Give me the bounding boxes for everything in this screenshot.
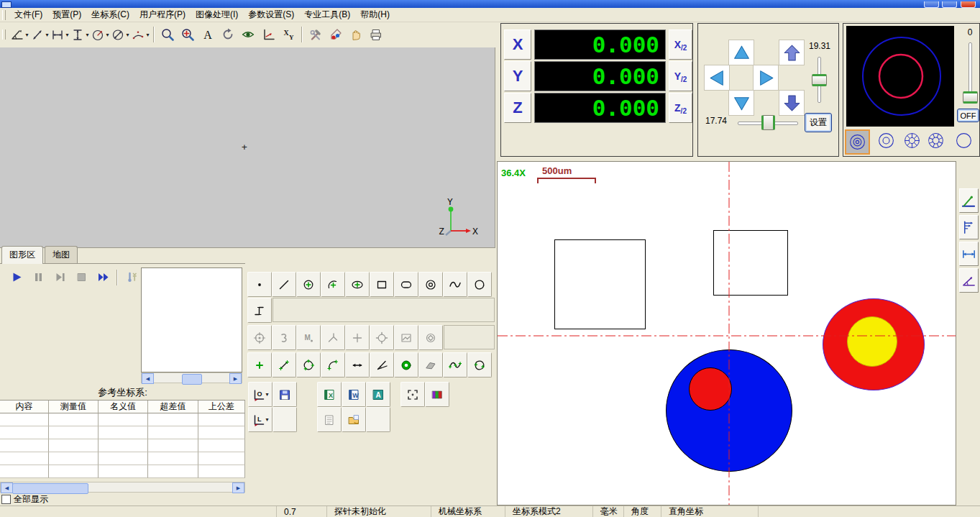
dropdown-caret-icon[interactable]: ▾ [106, 32, 109, 38]
diameter-tool-button[interactable]: ▾ [111, 24, 129, 45]
step-button[interactable] [247, 298, 272, 323]
light-mode-0-button[interactable] [845, 129, 870, 155]
light-mode-3-button[interactable] [925, 129, 947, 152]
light-mode-4-button[interactable] [953, 129, 975, 152]
excel-button[interactable]: X [317, 382, 342, 407]
preview-scroll-thumb[interactable] [182, 374, 202, 385]
auto-cross-button[interactable] [345, 325, 370, 350]
donut-green-button[interactable] [394, 352, 418, 378]
circle-green-button[interactable] [296, 352, 321, 378]
point-button[interactable] [247, 272, 272, 297]
zoom-in-button[interactable] [178, 24, 197, 45]
dropdown-caret-icon[interactable]: ▾ [265, 416, 268, 423]
line-green-button[interactable] [272, 352, 296, 378]
blob-button[interactable] [467, 272, 492, 297]
scroll-left-icon[interactable]: ◀ [1, 482, 13, 493]
dro-Y-half-button[interactable]: Y/2 [669, 61, 692, 91]
axis-move-button[interactable] [259, 24, 278, 45]
menu-item-2[interactable]: 坐标系(C) [86, 7, 134, 22]
preview-scrollbar[interactable]: ◀ ▶ [141, 372, 242, 383]
circle-red-small[interactable] [689, 367, 732, 411]
dropdown-caret-icon[interactable]: ▾ [146, 32, 149, 38]
dro-axis-Z-button[interactable]: Z [504, 93, 531, 123]
side-angle-button[interactable] [959, 268, 979, 293]
diagonal-distance-button[interactable]: ▾ [30, 24, 49, 45]
curve-green-button[interactable] [443, 352, 467, 378]
tab-0[interactable]: 图形区 [1, 246, 43, 264]
z-down-button[interactable] [779, 90, 805, 116]
print-button[interactable] [367, 24, 385, 45]
minimize-button[interactable] [924, 1, 939, 8]
side-h-distance-button[interactable] [959, 242, 979, 266]
dro-axis-Y-button[interactable]: Y [504, 61, 531, 91]
blob-green-button[interactable] [467, 352, 492, 378]
menu-item-4[interactable]: 图像处理(I) [191, 7, 243, 22]
refresh-button[interactable] [219, 24, 237, 45]
tab-1[interactable]: 地图 [45, 246, 78, 263]
save-button[interactable] [273, 382, 297, 407]
circle-yellow-inner[interactable] [847, 316, 897, 367]
rgb-colors-button[interactable] [425, 382, 449, 407]
angle-tool-button[interactable]: ▾ [10, 24, 29, 45]
dropdown-caret-icon[interactable]: ▾ [65, 32, 68, 38]
auto-y-button[interactable] [321, 325, 345, 350]
distance-arrow-button[interactable] [345, 352, 370, 378]
zoom-window-button[interactable] [158, 24, 177, 45]
pause-button[interactable] [29, 268, 47, 287]
stop-button[interactable] [72, 268, 91, 287]
light-off-button[interactable]: OFF [957, 109, 979, 122]
jog-left-button[interactable] [704, 65, 730, 91]
run-settings-button[interactable] [122, 268, 141, 287]
vertical-distance-button[interactable]: ▾ [70, 24, 89, 45]
dropdown-caret-icon[interactable]: ▾ [126, 32, 129, 38]
menu-item-0[interactable]: 文件(F) [9, 7, 47, 22]
line-button[interactable] [272, 272, 296, 297]
cad-button[interactable]: A [366, 382, 390, 407]
xy-speed-slider-thumb[interactable] [761, 115, 775, 130]
jog-down-button[interactable] [728, 90, 754, 116]
circle-blue-large[interactable] [666, 349, 792, 472]
menu-item-1[interactable]: 预置(P) [47, 7, 86, 22]
blank-button[interactable] [273, 407, 297, 432]
close-button[interactable] [961, 1, 976, 8]
camera-view[interactable]: + Y X Z [0, 47, 495, 248]
point-green-button[interactable] [247, 352, 272, 378]
auto-image-button[interactable] [394, 325, 418, 350]
dro-X-half-button[interactable]: X/2 [669, 29, 692, 60]
dro-Z-half-button[interactable]: Z/2 [669, 93, 692, 123]
z-up-button[interactable] [779, 40, 805, 65]
curve-button[interactable] [443, 272, 467, 297]
auto-find-button[interactable] [418, 325, 443, 350]
side-angle-flag-button[interactable] [959, 188, 979, 213]
horizontal-distance-button[interactable]: ▾ [50, 24, 69, 45]
word-button[interactable]: W [342, 382, 366, 407]
dropdown-caret-icon[interactable]: ▾ [45, 32, 48, 38]
auto-circle-button[interactable] [247, 325, 272, 350]
dropdown-caret-icon[interactable]: ▾ [25, 32, 28, 38]
graphics-area[interactable]: 36.4X 500um [497, 161, 956, 505]
table-scroll-thumb[interactable] [12, 483, 88, 494]
hand-pan-button[interactable] [347, 24, 365, 45]
text-annotation-button[interactable]: A [198, 24, 217, 45]
light-level-slider[interactable] [968, 42, 972, 97]
step-forward-button[interactable] [50, 268, 69, 287]
jog-right-button[interactable] [753, 65, 779, 91]
auto-m-button[interactable]: M [296, 325, 321, 350]
scroll-right-icon[interactable]: ▶ [229, 373, 242, 384]
play-button[interactable] [7, 268, 26, 287]
auto-curve-button[interactable] [272, 325, 296, 350]
plane-gray-button[interactable] [418, 352, 443, 378]
tools-button[interactable] [306, 24, 325, 45]
rect-feature-top[interactable] [713, 230, 788, 296]
slot-button[interactable] [394, 272, 418, 297]
blank-button[interactable] [366, 407, 390, 432]
z-speed-slider-thumb[interactable] [812, 74, 827, 86]
settings-button[interactable]: 设置 [805, 113, 832, 132]
scroll-left-icon[interactable]: ◀ [142, 373, 154, 384]
radius-tool-button[interactable]: ▾ [91, 24, 109, 45]
angle-construct-button[interactable] [370, 352, 394, 378]
dro-axis-X-button[interactable]: X [504, 29, 531, 60]
rectangle-button[interactable] [370, 272, 394, 297]
arc-plus-button[interactable] [321, 272, 345, 297]
arc-green-button[interactable] [321, 352, 345, 378]
